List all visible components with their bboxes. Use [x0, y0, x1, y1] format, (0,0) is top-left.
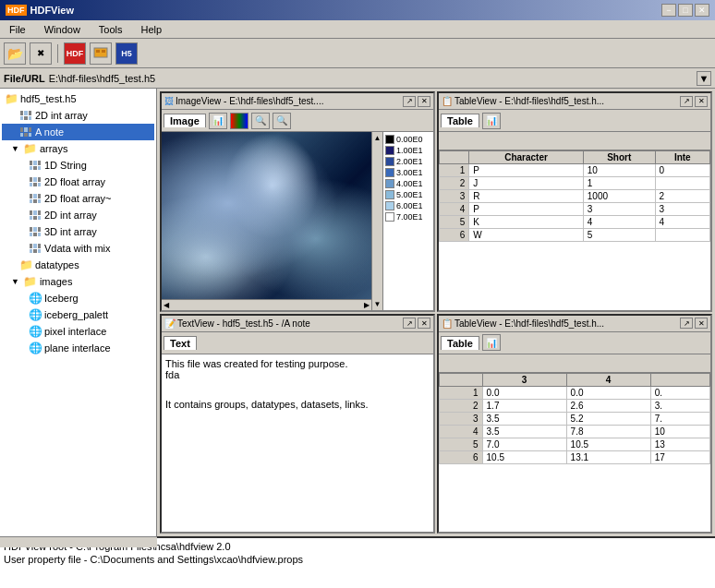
globe-icon-3: 🌐: [28, 324, 42, 339]
tree-item-root[interactable]: 📁 hdf5_test.h5: [2, 90, 154, 107]
maximize-button[interactable]: □: [678, 4, 693, 17]
table-row: 3 R 1000 2: [440, 190, 710, 203]
zoom-in-button[interactable]: 🔍: [251, 113, 270, 129]
table2-chart-button[interactable]: 📊: [482, 334, 501, 351]
svg-rect-1: [96, 50, 100, 53]
scroll-down-icon[interactable]: ▼: [374, 300, 382, 308]
table-row: 5 7.0 10.5 13: [440, 438, 710, 450]
colorbar-swatch-7: [385, 212, 394, 222]
table-row: 4 3.5 7.8 10: [440, 425, 710, 438]
text-view-title: 📝 TextView - hdf5_test.h5 - /A note: [164, 318, 310, 329]
image-hscrollbar[interactable]: ◀ ▶: [162, 299, 371, 310]
palette-button[interactable]: [230, 113, 248, 129]
minimize-button[interactable]: −: [661, 4, 676, 17]
image-view-controls: ↗ ✕: [403, 96, 430, 107]
table2-expand-button[interactable]: ↗: [680, 318, 693, 329]
open-button[interactable]: 📂: [4, 42, 26, 65]
text-close-button[interactable]: ✕: [418, 318, 430, 329]
tree-item-images[interactable]: ▼ 📁 images: [2, 273, 154, 290]
close-file-button[interactable]: ✖: [30, 42, 52, 65]
colorbar-swatch-6: [385, 201, 394, 210]
table1-content[interactable]: Character Short Inte 1 P 10 0: [439, 150, 710, 310]
table-row: 6 10.5 13.1 17: [440, 450, 710, 463]
file-url-dropdown[interactable]: ▼: [697, 71, 711, 86]
dataset-icon-3: [28, 158, 42, 173]
dataset-icon: [18, 108, 33, 123]
tree-hscrollbar[interactable]: [0, 536, 157, 547]
svg-rect-2: [102, 50, 105, 53]
tree-item-iceberg[interactable]: 🌐 Iceberg: [2, 290, 154, 306]
image-vscrollbar[interactable]: ▲ ▼: [371, 132, 382, 310]
table2-tab[interactable]: Table: [441, 336, 479, 350]
colorbar-swatch-3: [385, 168, 394, 177]
tool-btn-3[interactable]: HDF: [64, 42, 86, 65]
colorbar-swatch-5: [385, 190, 394, 199]
title-bar-controls: − □ ✕: [661, 4, 709, 17]
tree-item-vdata[interactable]: Vdata with mix: [2, 240, 154, 257]
colorbar-item-1: 1.00E1: [385, 145, 431, 156]
tree-item-2d-int-array[interactable]: 2D int array: [2, 107, 154, 124]
table-view-2-controls: ↗ ✕: [680, 318, 708, 329]
tree-item-1d-string[interactable]: 1D String: [2, 157, 154, 174]
table2-close-button[interactable]: ✕: [695, 318, 708, 329]
menu-help[interactable]: Help: [136, 22, 168, 37]
table-view-2-panel: 📋 TableView - E:\hdf-files\hdf5_test.h..…: [437, 314, 712, 534]
tree-item-arrays[interactable]: ▼ 📁 arrays: [2, 140, 154, 157]
scroll-up-icon[interactable]: ▲: [374, 134, 382, 142]
table-view-1-title-bar: 📋 TableView - E:\hdf-files\hdf5_test.h..…: [439, 93, 710, 110]
tree-item-plane-interlace[interactable]: 🌐 plane interlace: [2, 340, 154, 356]
image-display: ▲ ▼ ◀ ▶: [162, 132, 382, 310]
toolbar-separator: [57, 44, 58, 63]
image-expand-button[interactable]: ↗: [403, 96, 416, 107]
table1-data: Character Short Inte 1 P 10 0: [439, 150, 710, 242]
tree-item-2d-float-array2[interactable]: 2D float array~: [2, 190, 154, 207]
colorbar-item-4: 4.00E1: [385, 178, 431, 189]
text-expand-button[interactable]: ↗: [403, 318, 416, 329]
colorbar-item-5: 5.00E1: [385, 189, 431, 200]
table1-tab[interactable]: Table: [441, 114, 479, 127]
tree-item-datatypes[interactable]: 📁 datatypes: [2, 257, 154, 273]
tree-item-3d-int-array[interactable]: 3D int array: [2, 223, 154, 240]
table1-col-short: Short: [583, 151, 655, 164]
image-content: ▲ ▼ ◀ ▶ 0.00E0: [162, 132, 433, 310]
close-button[interactable]: ✕: [695, 4, 709, 17]
tree-item-pixel-interlace[interactable]: 🌐 pixel interlace: [2, 323, 154, 340]
text-view-title-bar: 📝 TextView - hdf5_test.h5 - /A note ↗ ✕: [162, 316, 433, 332]
tool-btn-4[interactable]: [90, 42, 112, 65]
table1-chart-button[interactable]: 📊: [482, 113, 501, 129]
image-view-title-bar: 🖼 ImageView - E:\hdf-files\hdf5_test....…: [162, 93, 433, 110]
colorbar-swatch-2: [385, 157, 394, 166]
scroll-right-icon[interactable]: ▶: [364, 301, 370, 309]
table-row: 4 P 3 3: [440, 203, 710, 216]
table1-expand-button[interactable]: ↗: [680, 96, 693, 107]
text-view-controls: ↗ ✕: [403, 318, 430, 329]
scroll-left-icon[interactable]: ◀: [164, 301, 169, 309]
table2-col-4: 4: [566, 373, 650, 386]
tool-btn-5[interactable]: H5: [115, 42, 138, 65]
text-line-3: It contains groups, datatypes, datasets,…: [165, 399, 430, 410]
zoom-out-button[interactable]: 🔍: [273, 113, 291, 129]
menu-window[interactable]: Window: [39, 22, 86, 37]
image-tab[interactable]: Image: [164, 114, 206, 127]
image-close-button[interactable]: ✕: [418, 96, 430, 107]
table2-col-idx: [440, 373, 483, 386]
tree-item-a-note[interactable]: A note: [2, 124, 154, 140]
table2-col-extra: [650, 373, 709, 386]
globe-icon-4: 🌐: [28, 341, 42, 355]
table2-content[interactable]: 3 4 1 0.0 0.0 0. 2: [439, 373, 710, 533]
dataset-icon-2: [18, 125, 33, 139]
text-tab[interactable]: Text: [164, 336, 197, 350]
globe-icon: 🌐: [28, 291, 42, 306]
colorbar-item-2: 2.00E1: [385, 156, 431, 167]
app-title: HDF HDFView: [6, 5, 74, 16]
chart-button[interactable]: 📊: [209, 113, 227, 129]
table-view-2-title-bar: 📋 TableView - E:\hdf-files\hdf5_test.h..…: [439, 316, 710, 332]
main-area: 📁 hdf5_test.h5 2D int array A note ▼ 📁 a…: [0, 89, 715, 536]
tree-panel[interactable]: 📁 hdf5_test.h5 2D int array A note ▼ 📁 a…: [0, 89, 157, 536]
tree-item-iceberg-palette[interactable]: 🌐 iceberg_palett: [2, 306, 154, 323]
menu-tools[interactable]: Tools: [93, 22, 128, 37]
table1-close-button[interactable]: ✕: [695, 96, 708, 107]
tree-item-2d-int-array2[interactable]: 2D int array: [2, 207, 154, 223]
tree-item-2d-float-array[interactable]: 2D float array: [2, 174, 154, 190]
menu-file[interactable]: File: [4, 22, 31, 37]
